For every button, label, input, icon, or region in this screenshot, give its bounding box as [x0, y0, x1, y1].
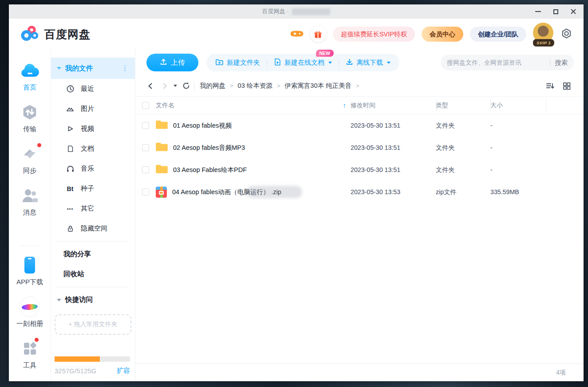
sidenav-item-videos[interactable]: 视频 — [51, 119, 135, 139]
file-row[interactable]: 02 Aesop fables音频MP3 2023-05-30 13:51 文件… — [135, 137, 584, 159]
tools-grid-icon — [24, 339, 36, 358]
member-center-button[interactable]: 会员中心 — [422, 27, 463, 42]
file-toolbar: 上传 新建文件夹 NEW — [135, 50, 584, 75]
sidenav-item-my-files[interactable]: 我的文件 ⋮ — [51, 58, 135, 79]
close-button[interactable] — [570, 8, 576, 15]
sidenav-item-pictures[interactable]: 图片 — [51, 99, 135, 119]
row-checkbox[interactable] — [142, 122, 149, 129]
brand-title: 百度网盘 — [44, 27, 91, 42]
rail-item-sync[interactable]: 同步 — [21, 145, 39, 175]
storage-section: 3257G/5125G 扩容 — [51, 356, 135, 381]
svip-promo-button[interactable]: 超值续费延长SVIP特权 — [333, 27, 415, 42]
new-online-doc-button[interactable]: NEW 新建在线文档 — [274, 58, 332, 67]
grid-view-icon[interactable] — [562, 82, 571, 90]
column-header-type[interactable]: 类型 — [436, 97, 490, 114]
rail-divider — [20, 246, 40, 246]
drop-folder-zone[interactable]: + 拖入常用文件夹 — [55, 314, 131, 335]
breadcrumb-item[interactable]: 伊索寓言30本 纯正美音 — [284, 82, 351, 90]
offline-download-label: 离线下载 — [356, 59, 383, 67]
sidenav-item-recent[interactable]: 最近 — [51, 79, 135, 99]
select-all-checkbox[interactable] — [142, 102, 149, 109]
app-body: 首页 传输 — [9, 50, 584, 381]
create-team-button[interactable]: 创建企业/团队 — [470, 27, 526, 42]
file-size: - — [490, 122, 546, 129]
rail-item-tools[interactable]: 工具 — [23, 339, 36, 370]
window-controls — [535, 8, 584, 15]
search-input[interactable] — [447, 59, 545, 66]
brand: 百度网盘 — [20, 25, 91, 43]
more-options-icon[interactable]: ⋮ — [122, 64, 129, 72]
rail-label: APP下载 — [16, 278, 43, 286]
file-row[interactable]: 01 Aesop fables视频 2023-05-30 13:51 文件夹 - — [135, 114, 584, 137]
sidenav-label: 种子 — [81, 184, 94, 193]
search-button[interactable]: 搜索 — [555, 59, 568, 67]
sidenav-label: 音乐 — [81, 164, 94, 173]
row-checkbox[interactable] — [142, 144, 149, 151]
game-center-icon[interactable] — [290, 28, 304, 40]
breadcrumb-separator: > — [277, 82, 280, 89]
sync-icon — [21, 145, 39, 163]
redacted-title-blur — [292, 8, 330, 15]
sidenav-divider — [56, 287, 130, 287]
file-name: 04 Aesop fables动画（电脑运行） .zip — [172, 188, 281, 196]
breadcrumb-item[interactable]: 03 绘本资源 — [238, 82, 272, 90]
sidenav-label: 图片 — [81, 105, 94, 113]
column-header-name[interactable]: 文件名 ↑ — [156, 97, 351, 114]
toolbar-separator — [339, 59, 339, 66]
file-row[interactable]: 03 Aesop Fables绘本PDF 2023-05-30 13:51 文件… — [135, 159, 584, 181]
breadcrumb-divider — [194, 82, 194, 90]
upload-label: 上传 — [171, 58, 185, 67]
status-bar: 4项 — [135, 364, 584, 381]
file-modified: 2023-05-30 13:51 — [351, 122, 436, 129]
sidenav-item-quick-access[interactable]: 快捷访问 — [51, 290, 135, 310]
file-row[interactable]: 04 Aesop fables动画（电脑运行） .zip 2023-05-30 … — [135, 181, 584, 203]
user-avatar[interactable]: SVIP 1 — [533, 23, 554, 46]
rail-item-home[interactable]: 首页 — [20, 61, 39, 92]
sidenav-item-my-shares[interactable]: 我的分享 — [51, 244, 135, 264]
sidenav-item-torrents[interactable]: Bt 种子 — [51, 179, 135, 199]
sidenav-divider — [56, 241, 130, 242]
back-button[interactable] — [146, 82, 154, 90]
file-modified: 2023-05-30 13:51 — [351, 144, 436, 151]
caret-down-icon — [328, 62, 332, 64]
maximize-button[interactable] — [552, 8, 559, 15]
offline-download-button[interactable]: 离线下载 — [346, 58, 391, 67]
settings-icon[interactable] — [561, 28, 572, 41]
storage-bar — [55, 356, 130, 362]
sidenav-item-recycle-bin[interactable]: 回收站 — [51, 264, 135, 284]
rail-item-transfer[interactable]: 传输 — [21, 103, 38, 133]
play-icon — [66, 125, 75, 133]
column-header-size[interactable]: 大小 — [490, 97, 546, 114]
transfer-icon — [21, 103, 38, 121]
row-checkbox[interactable] — [142, 166, 149, 173]
file-type: 文件夹 — [436, 144, 490, 152]
sidenav-label: 视频 — [81, 125, 94, 133]
new-folder-label: 新建文件夹 — [227, 59, 260, 67]
sidenav-item-hidden-space[interactable]: 隐藏空间 — [51, 219, 135, 238]
column-header-modified[interactable]: 修改时间 — [351, 97, 436, 114]
rail-item-photos[interactable]: 一刻相册 — [16, 297, 43, 328]
document-icon — [66, 145, 75, 153]
sidenav-item-other[interactable]: ••• 其它 — [51, 199, 135, 219]
breadcrumb-item[interactable]: 我的网盘 — [200, 82, 225, 90]
minimize-button[interactable] — [535, 8, 541, 15]
upload-button[interactable]: 上传 — [146, 54, 198, 71]
gift-icon[interactable] — [310, 26, 326, 42]
refresh-icon[interactable] — [182, 82, 190, 90]
sidenav-item-documents[interactable]: 文档 — [51, 139, 135, 159]
rail-item-app-download[interactable]: APP下载 — [16, 256, 43, 286]
messages-people-icon — [21, 186, 39, 205]
sidenav-item-music[interactable]: 音乐 — [51, 159, 135, 179]
row-checkbox[interactable] — [142, 188, 149, 195]
download-icon — [346, 58, 353, 67]
expand-storage-link[interactable]: 扩容 — [117, 367, 130, 375]
forward-button[interactable] — [161, 82, 169, 90]
history-dropdown-icon[interactable] — [173, 84, 178, 87]
sort-list-icon[interactable] — [545, 82, 555, 90]
rail-item-messages[interactable]: 消息 — [21, 186, 39, 217]
desktop-wallpaper: 百度网盘 · 百度网盘 — [0, 0, 588, 387]
new-folder-icon — [215, 58, 224, 67]
notification-dot — [37, 143, 41, 147]
zip-file-icon — [156, 187, 167, 198]
new-folder-button[interactable]: 新建文件夹 — [215, 58, 260, 67]
